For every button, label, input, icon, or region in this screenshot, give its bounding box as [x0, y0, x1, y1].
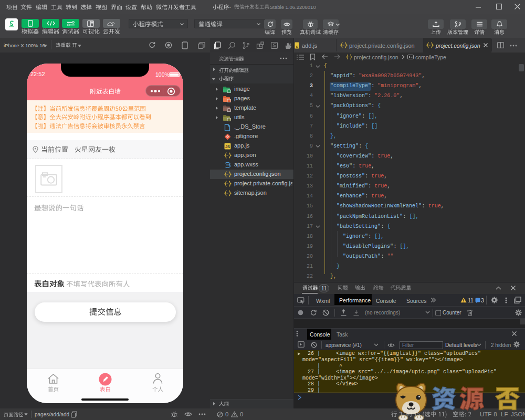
svg-text:JS: JS	[225, 144, 230, 149]
svg-text:s: s	[296, 45, 298, 48]
